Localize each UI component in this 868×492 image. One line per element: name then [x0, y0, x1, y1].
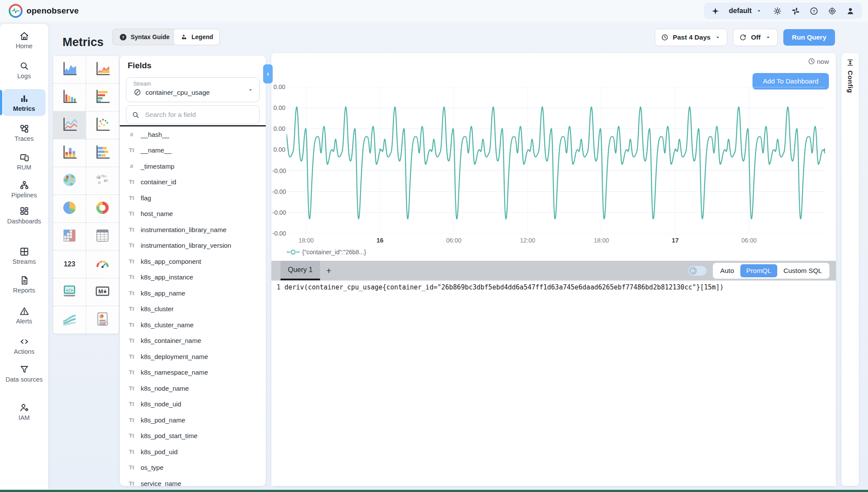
chart-type-world-map[interactable] — [86, 167, 119, 195]
field-item[interactable]: Ttk8s_cluster — [120, 301, 266, 317]
field-item[interactable]: Ttinstrumentation_library_version — [120, 238, 266, 254]
field-item[interactable]: Tt__name__ — [120, 143, 266, 159]
field-item[interactable]: Ttk8s_pod_uid — [120, 444, 266, 460]
chart-type-table[interactable] — [86, 223, 119, 250]
field-item[interactable]: Ttservice_name — [120, 475, 266, 486]
chart-type-donut-chart[interactable] — [86, 195, 119, 223]
config-panel-tab[interactable]: Config — [842, 53, 859, 486]
sidebar-item-home[interactable]: Home — [0, 30, 48, 50]
chart-type-bar-chart[interactable] — [53, 83, 86, 111]
field-search-input[interactable] — [144, 110, 254, 119]
chart-type-horizontal-stacked-bar-chart[interactable] — [86, 139, 119, 167]
theme-toggle-icon[interactable] — [772, 6, 782, 16]
refresh-interval-select[interactable]: Off — [733, 29, 777, 46]
chart-type-scatter-chart[interactable] — [86, 111, 119, 139]
query-mode-custom-sql[interactable]: Custom SQL — [777, 264, 828, 277]
slack-icon[interactable] — [791, 6, 800, 16]
sidebar-item-reports[interactable]: Reports — [0, 275, 48, 294]
field-item[interactable]: Ttcontainer_id — [120, 174, 266, 190]
area-chart-icon — [61, 60, 78, 79]
line-chart-plot[interactable]: 0.000.000.000.00-0.00-0.00-0.00-0.00 — [287, 87, 825, 233]
field-item[interactable]: Ttk8s_container_name — [120, 333, 266, 349]
query-tab[interactable]: Query 1 — [281, 261, 320, 280]
sidebar-item-data-sources[interactable]: Data sources — [0, 364, 48, 383]
x-axis-tick-label: 16 — [365, 237, 395, 244]
field-item[interactable]: Ttk8s_namespace_name — [120, 365, 266, 381]
sidebar-item-label: Dashboards — [0, 218, 48, 225]
field-item[interactable]: Ttflag — [120, 190, 266, 206]
chart-type-line-chart[interactable] — [53, 111, 86, 139]
chart-type-geo-map[interactable] — [53, 167, 86, 195]
chart-type-horizontal-bar-chart[interactable] — [86, 83, 119, 111]
sidebar-item-logs[interactable]: Logs — [0, 60, 48, 80]
stream-select[interactable]: Stream container_cpu_usage — [126, 77, 260, 102]
sidebar-item-traces[interactable]: Traces — [0, 123, 48, 142]
field-item[interactable]: Tthost_name — [120, 206, 266, 222]
field-item[interactable]: Ttk8s_pod_start_time — [120, 428, 266, 444]
add-query-button[interactable]: + — [326, 266, 331, 276]
chart-type-metric-text[interactable]: 123 — [53, 250, 86, 278]
chart-type-custom-chart[interactable] — [86, 306, 119, 334]
field-name: k8s_pod_start_time — [141, 432, 198, 439]
field-item[interactable]: Ttk8s_deployment_name — [120, 349, 266, 365]
query-editor[interactable]: 1 deriv(container_cpu_usage{container_id… — [271, 280, 836, 486]
number-type-icon: # — [127, 131, 136, 138]
help-icon[interactable]: ? — [809, 6, 818, 16]
settings-gear-icon[interactable] — [827, 6, 837, 16]
field-item[interactable]: Ttk8s_pod_name — [120, 412, 266, 428]
query-mode-auto[interactable]: Auto — [714, 264, 740, 277]
x-axis-tick-label: 06:00 — [439, 237, 469, 244]
chart-type-stacked-area-chart[interactable] — [86, 56, 119, 83]
field-item[interactable]: #_timestamp — [120, 158, 266, 174]
bottom-accent-bar — [0, 490, 868, 492]
collapse-fields-button[interactable]: ‹ — [263, 64, 273, 83]
chart-type-sankey[interactable] — [53, 306, 86, 334]
sidebar-item-pipelines[interactable]: Pipelines — [0, 180, 48, 199]
sidebar-item-rum[interactable]: RUM — [0, 152, 48, 171]
text-type-icon: Tt — [127, 401, 136, 407]
field-item[interactable]: Ttk8s_node_name — [120, 380, 266, 396]
field-item[interactable]: Ttk8s_app_instance — [120, 269, 266, 286]
chart-type-area-chart[interactable] — [53, 56, 86, 83]
y-axis-tick-label: 0.00 — [272, 104, 285, 111]
openobserve-logo-icon — [9, 4, 23, 18]
field-item[interactable]: Ttk8s_cluster_name — [120, 317, 266, 333]
field-item[interactable]: Ttinstrumentation_library_name — [120, 222, 266, 238]
chart-type-markdown[interactable]: M — [86, 278, 119, 306]
field-name: k8s_namespace_name — [141, 369, 208, 376]
x-axis-tick-label: 18:00 — [586, 237, 617, 244]
chart-type-stacked-bar-chart[interactable] — [53, 139, 86, 167]
chart-type-gauge[interactable] — [86, 250, 119, 278]
fx-toggle[interactable]: fx — [688, 266, 706, 276]
brand-name: openobserve — [26, 6, 79, 16]
time-range-select[interactable]: Past 4 Days — [655, 29, 727, 46]
horizontal-bar-chart-icon — [94, 88, 111, 106]
sidebar-item-label: Reports — [0, 287, 48, 294]
chart-type-heatmap[interactable] — [53, 223, 86, 250]
syntax-guide-button[interactable]: ? Syntax Guide — [112, 29, 176, 45]
sidebar-item-iam[interactable]: IAM — [0, 402, 48, 421]
sidebar-item-dashboards[interactable]: Dashboards — [0, 206, 48, 225]
user-avatar-icon[interactable] — [845, 6, 855, 16]
sidebar-item-streams[interactable]: Streams — [0, 246, 48, 265]
chart-legend-item[interactable]: {"container_id":"26b8...} — [287, 249, 366, 256]
field-item[interactable]: Ttk8s_node_uid — [120, 396, 266, 412]
sidebar-item-metrics[interactable]: Metrics — [3, 89, 46, 116]
sidebar-item-alerts[interactable]: Alerts — [0, 306, 48, 325]
chart-type-html[interactable]: </> — [53, 278, 86, 306]
promql-query-text[interactable]: deriv(container_cpu_usage{container_id="… — [284, 283, 723, 291]
field-item[interactable]: Ttos_type — [120, 460, 266, 476]
field-item[interactable]: Ttk8s_app_component — [120, 253, 266, 269]
sparkle-icon[interactable] — [711, 6, 720, 16]
y-axis-tick-label: 0.00 — [272, 83, 285, 90]
line-chart-icon — [61, 116, 78, 134]
query-mode-promql[interactable]: PromQL — [740, 264, 778, 277]
org-selector[interactable]: default — [729, 6, 764, 16]
document-icon — [0, 275, 48, 286]
chart-type-pie-chart[interactable] — [53, 195, 86, 223]
legend-button[interactable]: Legend — [173, 29, 220, 45]
field-item[interactable]: Ttk8s_app_name — [120, 285, 266, 301]
run-query-button[interactable]: Run Query — [783, 29, 835, 46]
field-item[interactable]: #__hash__ — [120, 126, 266, 143]
sidebar-item-actions[interactable]: Actions — [0, 336, 48, 355]
